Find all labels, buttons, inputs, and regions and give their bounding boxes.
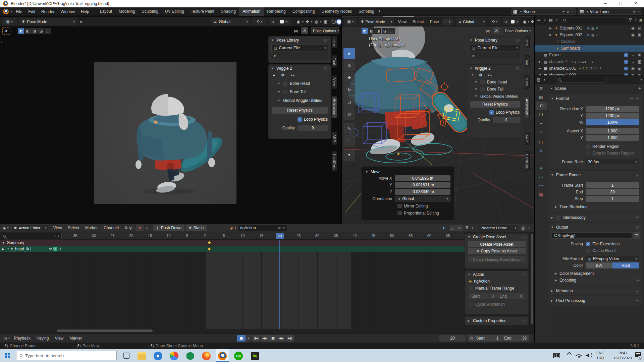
workspace-tab-scripting[interactable]: Scripting	[355, 7, 378, 16]
global-wiggle-label-right[interactable]: Global Wiggle Utilities	[480, 94, 518, 98]
tool-extra-button[interactable]: ▾	[343, 150, 355, 161]
show-gizmo-icon[interactable]: ◉	[297, 19, 300, 24]
remove-view-layer-icon[interactable]: ✕	[637, 10, 640, 13]
workspace-tab-animation[interactable]: Animation	[239, 7, 264, 16]
add-workspace-button[interactable]: +	[378, 9, 381, 14]
resolution-y-field[interactable]: 1200 px	[586, 113, 639, 119]
tab-scene[interactable]: ◕	[535, 119, 547, 128]
pose-library-file-dropdown[interactable]: ▤Current File▾	[271, 45, 328, 51]
blender-menu-logo-icon[interactable]	[3, 9, 9, 14]
wiggle-title[interactable]: Wiggle 2	[276, 66, 322, 71]
taskbar-firefox-icon[interactable]	[202, 352, 211, 360]
character1-camera-icon[interactable]: ▣	[638, 59, 641, 64]
tray-expand-icon[interactable]	[567, 352, 572, 357]
taskbar-explorer-icon[interactable]	[138, 352, 146, 360]
timeline-editor-icon[interactable]: ◷	[3, 336, 7, 341]
character1-checkbox[interactable]: ✓	[624, 60, 628, 64]
tab-item-right[interactable]: Item	[525, 36, 530, 48]
action-end-field[interactable]: End0	[497, 293, 525, 299]
cyclic-animation-checkbox[interactable]	[469, 302, 473, 307]
gizmos-icon[interactable]: ✥	[306, 19, 309, 24]
workspace-tab-layout[interactable]: Layout	[97, 7, 115, 16]
action-panel-name[interactable]: rigAction	[474, 279, 490, 284]
properties-editor-icon[interactable]: ▤	[537, 77, 540, 82]
character1-001-eye-icon[interactable]: ◉	[631, 66, 635, 71]
channel-search[interactable]: ⟷	[1, 233, 62, 239]
outliner-filter-icon[interactable]: ▤	[549, 18, 553, 22]
prev-keyframe-button[interactable]: ◀◆	[261, 335, 269, 342]
wiggle-title-right[interactable]: Wiggle 2	[475, 66, 514, 71]
xray-icon[interactable]: ▣	[324, 19, 327, 24]
output-path-browse-button[interactable]: 🗀	[633, 232, 640, 239]
bone-head-checkbox[interactable]	[283, 81, 287, 86]
pose-options-dropdown[interactable]: Pose Options▾	[311, 27, 339, 34]
tab-tool[interactable]: ⚒	[535, 84, 547, 93]
disable-render-icon[interactable]: ⊠	[638, 26, 641, 31]
orientation-dropdown[interactable]: ⊿Global▾	[395, 196, 450, 202]
snap-target-right[interactable]: ⟲▾	[489, 18, 501, 25]
mirror-editing-checkbox[interactable]	[397, 204, 402, 208]
pose-library-title-right[interactable]: Pose Library	[475, 38, 514, 43]
workspace-tab-modeling[interactable]: Modeling	[115, 7, 139, 16]
tool-move-button[interactable]: ✥	[343, 72, 355, 83]
bone-tail-checkbox-right[interactable]	[480, 87, 485, 92]
tool-cursor-button[interactable]: ⊕	[343, 60, 355, 71]
timeline-menu-marker[interactable]: Marker	[66, 336, 85, 341]
move-panel-title[interactable]: Move	[371, 170, 380, 174]
next-keyframe-button[interactable]: ◆▶	[277, 335, 285, 342]
post-processing-title[interactable]: Post Processing	[556, 298, 634, 303]
pose-library-file-dropdown-right[interactable]: ▤Current File▾	[470, 45, 520, 51]
file-format-dropdown[interactable]: ▥FFmpeg Video▾	[586, 256, 639, 262]
pose-library-expand-row[interactable]: ▶	[271, 52, 328, 59]
menu-help[interactable]: Help	[78, 9, 92, 14]
tab-item-left[interactable]: Item	[332, 36, 337, 48]
workspace-tab-shading[interactable]: Shading	[218, 7, 239, 16]
close-button[interactable]: ✕	[631, 1, 641, 6]
viewport-menu-view[interactable]: View	[395, 19, 410, 24]
tab-render[interactable]: ▧	[535, 93, 547, 102]
unlink-scene-icon[interactable]: ✕	[571, 10, 574, 13]
select-mode-buttons[interactable]: ◩ ◧ ◨ ◪ ⬚	[18, 28, 51, 34]
timeline-menu-playback[interactable]: Playback	[11, 336, 34, 341]
wiggle-bone-icon[interactable]: ⊶	[290, 73, 294, 77]
mirror-axis-button[interactable]: X	[301, 27, 308, 34]
summary-track-row[interactable]	[62, 240, 465, 246]
outliner-search[interactable]	[561, 17, 627, 23]
use-preview-range-icon[interactable]: ◷	[470, 336, 474, 341]
push-down-button[interactable]: ⭳Push Down	[153, 225, 184, 231]
stash-arrow-button[interactable]: ▲	[144, 225, 150, 231]
aspect-y-field[interactable]: 1.000	[586, 135, 639, 141]
tab-texture[interactable]: ▦	[535, 190, 547, 199]
proportional-editing-button[interactable]: ▾	[277, 18, 290, 25]
reset-physics-button-right[interactable]: Reset Physics	[470, 101, 520, 108]
move-x-field[interactable]: 0.041896 m	[395, 175, 450, 181]
tool-scale-button[interactable]: ◿	[343, 96, 355, 108]
wiggle-bone-icon-right[interactable]: ⊶	[488, 73, 492, 77]
cache-result-checkbox[interactable]	[586, 249, 590, 253]
mode-selector-right[interactable]: ✻Pose Mode▾	[359, 18, 394, 25]
transform-orientation[interactable]: ⊿Global▾	[211, 18, 250, 25]
workspace-tab-compositing[interactable]: Compositing	[289, 7, 318, 16]
tab-object[interactable]: ▢	[535, 136, 547, 146]
menu-edit[interactable]: Edit	[25, 9, 38, 14]
workspace-tab-geometry-nodes[interactable]: Geometry Nodes	[318, 7, 355, 16]
tab-view-left[interactable]: View	[332, 75, 337, 89]
playhead-line[interactable]	[279, 240, 280, 329]
scene-selector[interactable]: ▾ Scene ✦ ⧉ ✕	[511, 8, 576, 15]
properties-options-icon[interactable]: ▾	[640, 78, 642, 81]
easing-icon[interactable]: ∿	[527, 226, 531, 230]
outliner-row-cocktail[interactable]: ▽Cocktail	[535, 38, 644, 45]
workspace-tab-sculpting[interactable]: Sculpting	[139, 7, 162, 16]
dope-menu-marker[interactable]: Marker	[82, 226, 101, 230]
show-gizmo-right-icon[interactable]: ◉	[523, 19, 526, 24]
mode-selector[interactable]: ✻Pose Mode▾	[19, 18, 77, 25]
timeline-ruler[interactable]: -35-30-25-20-15-10-505101520253035404550…	[62, 232, 465, 240]
overlays-icon[interactable]: ◍	[315, 19, 318, 24]
start-frame-field[interactable]: Start1	[474, 336, 501, 341]
outliner-row-slippers-001[interactable]: ▶▼Slippers.001 ⚙▦∀ ◉ ⊠	[535, 25, 644, 32]
dope-warning-icon[interactable]: ⚠	[456, 225, 463, 231]
menu-render[interactable]: Render	[38, 9, 57, 14]
color-management-title[interactable]: Color Management	[559, 271, 594, 276]
tab-hardops-right[interactable]: HardOps	[525, 151, 530, 171]
color-rgb-button[interactable]: RGB	[612, 262, 639, 268]
